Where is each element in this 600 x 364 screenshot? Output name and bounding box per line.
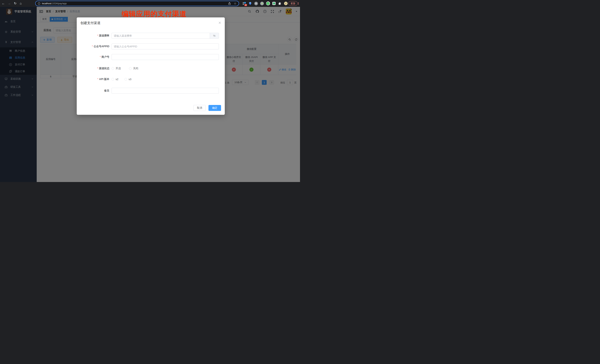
- required-asterisk: *: [97, 67, 98, 70]
- extension-tabs-icon[interactable]: 10: [242, 1, 246, 6]
- api-v3-label: v3: [129, 78, 131, 81]
- remark-label-text: 备注: [104, 89, 109, 92]
- address-bar[interactable]: localhost:1024/pay/app ☆: [35, 1, 239, 6]
- dialog-title: 创建支付渠道: [80, 21, 100, 25]
- status-label-text: 渠道状态: [99, 67, 109, 70]
- form-row-fee: *渠道费率 %: [77, 33, 225, 39]
- required-asterisk: *: [92, 45, 93, 48]
- remark-input[interactable]: [112, 88, 219, 94]
- api-v3-radio[interactable]: v3: [124, 78, 142, 81]
- required-asterisk: *: [100, 55, 101, 58]
- appid-input[interactable]: [112, 44, 219, 49]
- browser-home-button[interactable]: ⌂: [18, 0, 23, 7]
- browser-reload-button[interactable]: ↻: [13, 0, 18, 7]
- radio-circle-icon: [129, 67, 131, 70]
- api-label-text: API 版本: [99, 78, 109, 81]
- extension-emoji-icon[interactable]: [283, 1, 288, 6]
- browser-update-label: 更新: [291, 2, 295, 5]
- browser-chrome: ← → ↻ ⌂ localhost:1024/pay/app ☆ 10: [0, 0, 300, 7]
- status-label: *渠道状态: [77, 67, 112, 70]
- form-row-remark: 备注: [77, 88, 225, 94]
- appid-label-text: 公众号APPID: [94, 45, 109, 48]
- cancel-button[interactable]: 取消: [193, 105, 206, 111]
- browser-update-button[interactable]: 更新: [288, 1, 298, 6]
- fee-label: *渠道费率: [77, 34, 112, 37]
- confirm-button-label: 确定: [212, 106, 217, 109]
- merchant-input[interactable]: [112, 54, 219, 60]
- url-path: :1024/pay/app: [51, 2, 66, 5]
- extension-record-icon[interactable]: [260, 1, 264, 6]
- fee-label-text: 渠道费率: [99, 34, 109, 37]
- form-row-merchant: *商户号: [77, 54, 225, 60]
- browser-extensions: 10 ⌘ y ▸: [242, 0, 288, 7]
- required-asterisk: *: [97, 78, 98, 81]
- remark-label: 备注: [77, 89, 112, 92]
- required-asterisk: *: [97, 34, 98, 37]
- radio-circle-icon: [124, 78, 127, 81]
- radio-circle-icon: [112, 67, 114, 70]
- screen: ← → ↻ ⌂ localhost:1024/pay/app ☆ 10: [0, 0, 300, 182]
- extension-balloon-icon[interactable]: [248, 1, 252, 6]
- extension-command-icon[interactable]: ⌘: [254, 1, 258, 6]
- appid-label: *公众号APPID: [77, 45, 112, 48]
- extension-badge: 10: [244, 4, 247, 6]
- status-off-label: 关闭: [133, 67, 138, 70]
- fee-input[interactable]: [112, 33, 210, 39]
- api-v2-label: v2: [116, 78, 118, 81]
- browser-menu-icon[interactable]: ⋮: [297, 0, 300, 7]
- api-label: *API 版本: [77, 78, 112, 81]
- url-host: localhost: [42, 2, 51, 5]
- browser-back-button[interactable]: ←: [1, 0, 6, 7]
- fee-suffix: %: [210, 33, 219, 39]
- extension-chat-icon[interactable]: ▸: [272, 1, 276, 6]
- url-text: localhost:1024/pay/app: [42, 2, 67, 5]
- form-row-status: *渠道状态 开启 关闭: [77, 65, 225, 72]
- extension-puzzle-icon[interactable]: [278, 1, 282, 6]
- form-row-api-version: *API 版本 v2 v3: [77, 76, 225, 82]
- dialog-close-icon[interactable]: [218, 21, 221, 24]
- radio-circle-icon: [112, 78, 114, 81]
- share-icon[interactable]: [228, 2, 231, 5]
- create-pay-channel-dialog: 创建支付渠道 *渠道费率 % *公众号APPID *商户号 *渠道状态: [77, 18, 225, 115]
- api-v2-radio[interactable]: v2: [112, 78, 124, 81]
- status-on-label: 开启: [116, 67, 121, 70]
- merchant-label: *商户号: [77, 55, 112, 59]
- status-off-radio[interactable]: 关闭: [129, 67, 146, 70]
- bookmark-star-icon[interactable]: ☆: [234, 2, 236, 5]
- status-on-radio[interactable]: 开启: [112, 67, 129, 70]
- merchant-label-text: 商户号: [102, 55, 109, 58]
- site-info-icon[interactable]: [38, 2, 40, 5]
- browser-forward-button[interactable]: →: [7, 0, 12, 7]
- extension-y-icon[interactable]: y: [266, 1, 270, 6]
- form-row-appid: *公众号APPID: [77, 44, 225, 49]
- cancel-button-label: 取消: [197, 106, 202, 109]
- confirm-button[interactable]: 确定: [208, 105, 221, 111]
